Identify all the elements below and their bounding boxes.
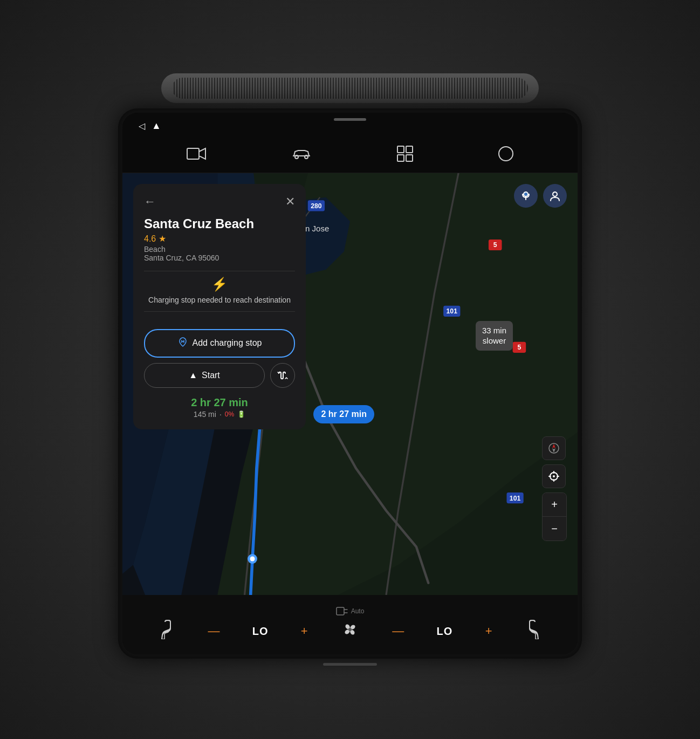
route-distance: 145 mi xyxy=(194,410,216,419)
place-panel: ← ✕ Santa Cruz Beach 4.6 ★ Beach Santa C… xyxy=(133,184,306,429)
svg-text:101: 101 xyxy=(510,495,521,502)
nav-bar xyxy=(122,139,578,173)
charging-warning: ⚡ Charging stop needed to reach destinat… xyxy=(144,271,295,312)
svg-point-28 xyxy=(524,193,527,196)
svg-point-2 xyxy=(295,155,298,159)
car-interior: ◁ ▲ xyxy=(0,0,700,739)
auto-label: Auto xyxy=(336,607,365,615)
svg-point-34 xyxy=(553,475,555,477)
slower-label: 33 minslower xyxy=(476,321,513,351)
place-address: Santa Cruz, CA 95060 xyxy=(144,254,295,262)
svg-rect-6 xyxy=(397,155,404,161)
wifi-icon: ▲ xyxy=(152,120,161,132)
svg-rect-5 xyxy=(406,146,413,153)
zoom-in-button[interactable]: + xyxy=(543,493,566,517)
svg-point-13 xyxy=(250,557,255,562)
svg-point-40 xyxy=(348,628,352,631)
car-nav-icon[interactable] xyxy=(291,146,312,165)
map-area[interactable]: 280 101 5 5 xyxy=(122,173,578,595)
svg-rect-0 xyxy=(187,148,199,159)
panel-header: ← ✕ xyxy=(144,195,295,209)
screen-handle xyxy=(334,118,366,121)
svg-rect-39 xyxy=(337,607,344,615)
route-time: 2 hr 27 min xyxy=(144,396,295,409)
start-nav-icon: ▲ xyxy=(189,371,197,380)
add-charging-label: Add charging stop xyxy=(193,338,262,348)
svg-text:5: 5 xyxy=(518,344,521,351)
circle-nav-icon[interactable] xyxy=(498,146,514,166)
svg-text:280: 280 xyxy=(311,202,322,210)
battery-icon: 🔋 xyxy=(237,410,245,418)
dot-separator: · xyxy=(219,410,222,419)
svg-text:5: 5 xyxy=(493,241,497,249)
route-details: 145 mi · 0% 🔋 xyxy=(144,410,295,419)
right-temp-plus[interactable]: + xyxy=(485,624,492,638)
map-controls-right: + − xyxy=(542,436,567,541)
charging-pin-icon xyxy=(177,337,188,350)
svg-rect-7 xyxy=(406,155,413,161)
right-temp-minus[interactable]: — xyxy=(392,624,404,638)
voice-search-button[interactable] xyxy=(514,184,538,208)
right-temp-level: LO xyxy=(437,625,453,638)
screen: ◁ ▲ xyxy=(122,113,578,654)
place-rating: 4.6 ★ xyxy=(144,234,295,244)
svg-point-29 xyxy=(553,192,557,196)
left-temp-level: LO xyxy=(252,625,269,638)
place-category: Beach xyxy=(144,245,295,254)
climate-row: — LO + — xyxy=(144,620,556,643)
back-button[interactable]: ← xyxy=(144,195,156,209)
left-seat-icon xyxy=(160,620,175,642)
zoom-out-button[interactable]: − xyxy=(543,517,566,540)
route-info: 2 hr 27 min 145 mi · 0% 🔋 xyxy=(144,396,295,419)
routes-button[interactable] xyxy=(270,363,295,388)
location-button[interactable] xyxy=(542,464,566,488)
left-temp-minus[interactable]: — xyxy=(208,624,219,638)
lightning-icon: ⚡ xyxy=(144,277,295,292)
svg-marker-1 xyxy=(199,148,205,159)
main-content: 280 101 5 5 xyxy=(122,173,578,595)
svg-marker-32 xyxy=(552,448,555,453)
speaker-grille xyxy=(161,73,539,103)
compass-button[interactable] xyxy=(542,436,566,460)
close-button[interactable]: ✕ xyxy=(285,195,295,209)
left-temp-plus[interactable]: + xyxy=(301,624,308,638)
svg-marker-31 xyxy=(552,444,555,448)
profile-button[interactable] xyxy=(543,184,567,208)
navigation-icon: ◁ xyxy=(139,121,145,131)
zoom-controls: + − xyxy=(542,492,567,541)
bottom-bar: Auto — LO + xyxy=(122,595,578,654)
svg-rect-4 xyxy=(397,146,404,153)
status-bar: ◁ ▲ xyxy=(122,113,578,139)
grid-nav-icon[interactable] xyxy=(397,146,413,166)
bottom-handle xyxy=(323,663,377,666)
fan-icon xyxy=(340,620,360,643)
start-button[interactable]: ▲ Start xyxy=(144,363,265,388)
svg-point-8 xyxy=(499,147,513,161)
route-time-label: 2 hr 27 min xyxy=(313,405,374,423)
action-buttons: ▲ Start xyxy=(144,363,295,388)
place-name: Santa Cruz Beach xyxy=(144,216,295,231)
add-charging-stop-button[interactable]: Add charging stop xyxy=(144,329,295,358)
svg-point-3 xyxy=(305,155,308,159)
screen-bezel: ◁ ▲ xyxy=(118,108,582,659)
svg-text:101: 101 xyxy=(447,307,458,315)
start-label: Start xyxy=(202,371,220,380)
right-seat-icon xyxy=(525,620,540,642)
map-controls-top xyxy=(514,184,567,208)
battery-percent: 0% xyxy=(225,410,234,418)
camera-nav-icon[interactable] xyxy=(187,146,206,165)
charging-warning-text: Charging stop needed to reach destinatio… xyxy=(144,295,295,306)
